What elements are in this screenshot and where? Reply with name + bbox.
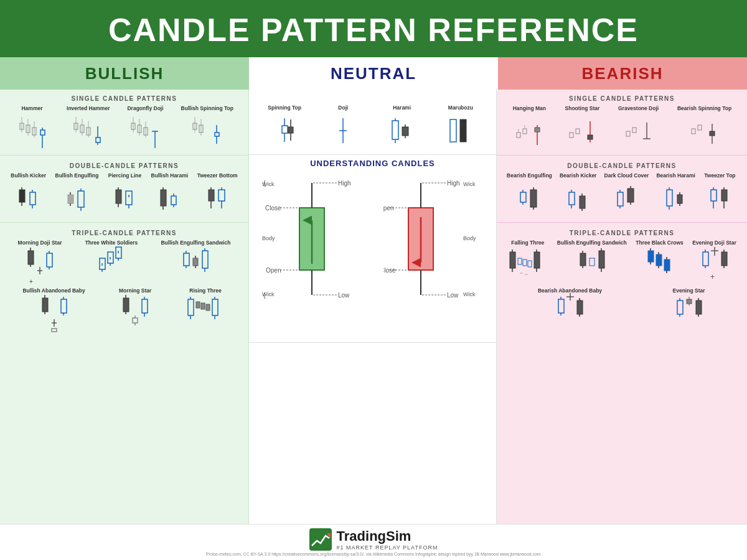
- pattern-rising-three: Rising Three: [186, 287, 226, 332]
- evening-doji-star-candle: +: [699, 245, 730, 285]
- inverted-hammer-candle: [71, 114, 105, 150]
- bullish-spinning-top-candle: [190, 114, 224, 150]
- rising-three-candle: [186, 292, 226, 332]
- bullish-double-header: DOUBLE-CANDLE PATTERNS: [4, 159, 245, 171]
- neutral-column: Spinning Top: [249, 90, 497, 524]
- svg-rect-254: [721, 252, 727, 266]
- svg-rect-114: [201, 303, 205, 309]
- bearish-harami-candle: [662, 181, 690, 217]
- pattern-tweezer-bottom: Tweezer Bottom: [197, 172, 238, 217]
- category-row: BULLISH NEUTRAL BEARISH: [0, 57, 747, 90]
- footer-credits: Probe-meteo.com, CC BY-SA 3.0 https://cr…: [206, 552, 541, 556]
- svg-rect-211: [677, 195, 682, 203]
- logo-name: TradingSim: [337, 528, 438, 544]
- bullish-double-section: DOUBLE-CANDLE PATTERNS Bullish Kicker: [0, 157, 248, 221]
- neutral-divider-2: [249, 342, 496, 343]
- svg-rect-228: [534, 252, 540, 268]
- svg-rect-168: [517, 133, 520, 138]
- svg-rect-238: [648, 251, 654, 262]
- hammer-candle: [17, 114, 48, 150]
- understanding-title: UNDERSTANDING CANDLES: [310, 159, 435, 168]
- svg-rect-52: [161, 190, 166, 206]
- svg-rect-180: [626, 131, 630, 136]
- pattern-bullish-engulfing: Bullish Engulfing: [55, 172, 99, 217]
- page-title: CANDLE PATTERN REFERENCE: [0, 11, 747, 49]
- svg-rect-217: [721, 190, 727, 201]
- header: CANDLE PATTERN REFERENCE: [0, 0, 747, 57]
- pattern-dark-cloud-cover: Dark Cloud Cover: [604, 172, 649, 217]
- svg-rect-235: [599, 251, 604, 268]
- svg-rect-123: [288, 127, 293, 133]
- bearish-double-grid: Bearish Engulfing: [500, 171, 743, 218]
- bullish-abandoned-baby-candle: [39, 292, 70, 332]
- svg-rect-244: [664, 259, 670, 271]
- svg-rect-92: [42, 298, 48, 312]
- bullish-triple-grid: Morning Doji Star: [4, 238, 245, 333]
- svg-text:Wick: Wick: [463, 291, 476, 297]
- svg-rect-199: [580, 196, 585, 208]
- pattern-evening-doji-star: Evening Doji Star: [692, 240, 736, 284]
- svg-rect-31: [215, 133, 219, 136]
- svg-rect-269: [687, 299, 692, 304]
- bearish-double-header: DOUBLE-CANDLE PATTERNS: [500, 159, 743, 171]
- bullish-triple-header: TRIPLE-CANDLE PATTERNS: [4, 226, 245, 238]
- main-content: SINGLE CANDLE PATTERNS Hammer: [0, 90, 747, 524]
- three-black-crows-candle: [644, 245, 675, 285]
- pattern-three-white-soldiers: Three White Soldiers: [85, 240, 138, 284]
- svg-rect-241: [656, 254, 662, 266]
- svg-rect-61: [218, 190, 225, 201]
- bearish-engulfing-candle: [515, 181, 543, 217]
- page: CANDLE PATTERN REFERENCE BULLISH NEUTRAL…: [0, 0, 747, 560]
- piercing-line-candle: [111, 181, 139, 217]
- svg-rect-40: [68, 195, 73, 203]
- svg-rect-111: [188, 299, 194, 315]
- bullish-harami-candle: [156, 181, 184, 217]
- neutral-single-section: Spinning Top: [249, 90, 496, 153]
- svg-text:Close: Close: [265, 205, 281, 212]
- pattern-bearish-spinning-top: Bearish Spinning Top: [677, 105, 731, 150]
- svg-rect-175: [570, 133, 573, 138]
- bullish-single-section: SINGLE CANDLE PATTERNS Hammer: [0, 90, 248, 154]
- svg-text:+: +: [29, 278, 33, 285]
- pattern-bearish-kicker: Bearish Kicker: [560, 172, 597, 217]
- svg-rect-105: [133, 318, 138, 323]
- candle-diagram: High Close Open Low {: [251, 170, 494, 338]
- shooting-star-candle: [566, 114, 598, 150]
- pattern-bullish-abandoned-baby: Bullish Abandoned Baby: [22, 287, 85, 332]
- svg-rect-223: [523, 259, 527, 266]
- svg-rect-83: [184, 253, 189, 266]
- gravestone-doji-candle: [623, 114, 654, 150]
- bearish-abandoned-baby-candle: [555, 292, 586, 332]
- pattern-shooting-star: Shooting Star: [565, 105, 600, 150]
- svg-text:High: High: [338, 180, 351, 187]
- pattern-marubozu: Marubozu: [443, 105, 477, 149]
- bullish-kicker-candle: [14, 181, 42, 217]
- tweezer-top-candle: [706, 181, 734, 217]
- evening-star-candle: [674, 292, 705, 332]
- svg-rect-99: [61, 299, 67, 313]
- svg-rect-185: [698, 125, 702, 130]
- svg-rect-184: [692, 129, 695, 134]
- marubozu-candle: [446, 113, 474, 149]
- svg-rect-181: [632, 128, 636, 133]
- bullish-divider-2: [0, 222, 248, 223]
- svg-rect-247: [703, 252, 708, 266]
- pattern-bearish-bullish-engulfing-sandwich: Bullish Engulfing Sandwich: [557, 240, 627, 284]
- svg-text:Wick: Wick: [262, 291, 275, 297]
- svg-rect-37: [30, 192, 35, 205]
- bullish-single-grid: Hammer: [4, 104, 245, 151]
- svg-rect-134: [450, 119, 456, 142]
- svg-rect-55: [171, 196, 176, 205]
- svg-rect-233: [590, 258, 594, 266]
- dragonfly-doji-candle: [128, 114, 162, 150]
- svg-text:High: High: [447, 180, 460, 187]
- bullish-candle-diagram: High Close Open Low {: [262, 170, 362, 338]
- svg-rect-257: [558, 299, 564, 313]
- pattern-bullish-spinning-top: Bullish Spinning Top: [181, 105, 233, 150]
- bearish-single-section: SINGLE CANDLE PATTERNS Hanging Man: [497, 90, 747, 154]
- logo-icon: [309, 528, 332, 551]
- svg-text:Close: Close: [383, 267, 396, 274]
- svg-rect-196: [569, 192, 575, 205]
- pattern-bearish-abandoned-baby: Bearish Abandoned Baby: [538, 287, 602, 332]
- svg-rect-178: [588, 135, 593, 139]
